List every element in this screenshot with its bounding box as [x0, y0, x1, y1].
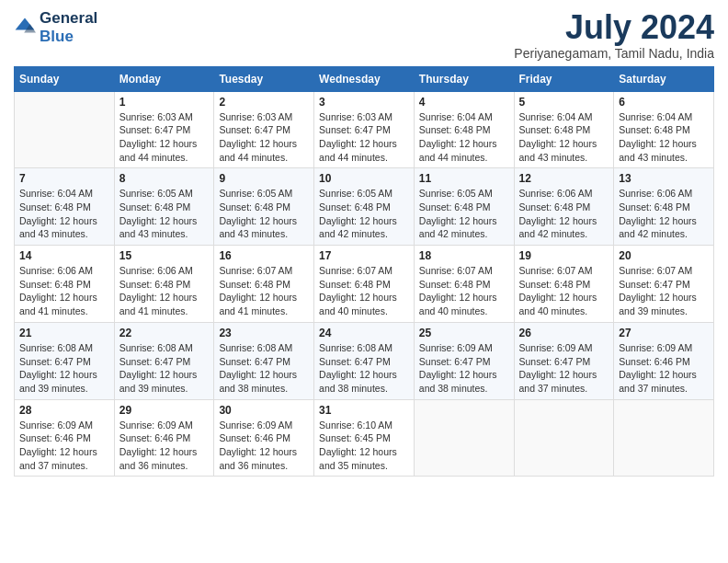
calendar-week-5: 28Sunrise: 6:09 AM Sunset: 6:46 PM Dayli… [15, 399, 714, 477]
day-info: Sunrise: 6:07 AM Sunset: 6:48 PM Dayligh… [519, 264, 609, 318]
logo-icon [14, 17, 36, 39]
calendar-cell: 4Sunrise: 6:04 AM Sunset: 6:48 PM Daylig… [414, 91, 514, 168]
calendar-cell: 9Sunrise: 6:05 AM Sunset: 6:48 PM Daylig… [214, 168, 314, 246]
logo-text: General Blue [40, 9, 97, 47]
header: General Blue July 2024 Periyanegamam, Ta… [14, 9, 714, 61]
day-number: 4 [419, 96, 509, 109]
day-info: Sunrise: 6:04 AM Sunset: 6:48 PM Dayligh… [519, 110, 609, 165]
day-number: 24 [319, 327, 409, 339]
day-info: Sunrise: 6:03 AM Sunset: 6:47 PM Dayligh… [119, 110, 210, 165]
day-info: Sunrise: 6:09 AM Sunset: 6:46 PM Dayligh… [619, 341, 709, 396]
day-number: 29 [119, 404, 210, 417]
day-number: 3 [319, 96, 409, 109]
day-info: Sunrise: 6:09 AM Sunset: 6:46 PM Dayligh… [219, 419, 309, 473]
calendar-cell: 8Sunrise: 6:05 AM Sunset: 6:48 PM Daylig… [114, 168, 214, 246]
day-info: Sunrise: 6:04 AM Sunset: 6:48 PM Dayligh… [619, 110, 709, 165]
calendar-table: SundayMondayTuesdayWednesdayThursdayFrid… [14, 66, 714, 477]
day-info: Sunrise: 6:03 AM Sunset: 6:47 PM Dayligh… [319, 110, 409, 165]
calendar-cell: 6Sunrise: 6:04 AM Sunset: 6:48 PM Daylig… [614, 91, 714, 168]
header-day-sunday: Sunday [15, 66, 115, 91]
calendar-cell: 25Sunrise: 6:09 AM Sunset: 6:47 PM Dayli… [414, 322, 514, 399]
day-number: 23 [219, 327, 309, 339]
day-number: 28 [19, 404, 109, 417]
day-number: 30 [219, 404, 309, 417]
day-info: Sunrise: 6:06 AM Sunset: 6:48 PM Dayligh… [19, 264, 109, 318]
day-info: Sunrise: 6:09 AM Sunset: 6:47 PM Dayligh… [519, 341, 609, 396]
day-number: 10 [319, 172, 409, 185]
calendar-cell: 24Sunrise: 6:08 AM Sunset: 6:47 PM Dayli… [314, 322, 415, 399]
day-number: 21 [19, 327, 109, 339]
day-number: 14 [19, 249, 109, 262]
calendar-header-row: SundayMondayTuesdayWednesdayThursdayFrid… [15, 66, 714, 91]
header-day-friday: Friday [514, 66, 614, 91]
day-number: 6 [619, 96, 709, 109]
day-number: 1 [119, 96, 210, 109]
day-number: 31 [319, 404, 409, 417]
calendar-cell: 27Sunrise: 6:09 AM Sunset: 6:46 PM Dayli… [614, 322, 714, 399]
month-title: July 2024 [514, 9, 714, 46]
calendar-cell: 22Sunrise: 6:08 AM Sunset: 6:47 PM Dayli… [114, 322, 214, 399]
day-number: 12 [519, 172, 609, 185]
calendar-cell: 2Sunrise: 6:03 AM Sunset: 6:47 PM Daylig… [214, 91, 314, 168]
day-number: 22 [119, 327, 210, 339]
calendar-cell: 3Sunrise: 6:03 AM Sunset: 6:47 PM Daylig… [314, 91, 415, 168]
calendar-cell: 23Sunrise: 6:08 AM Sunset: 6:47 PM Dayli… [214, 322, 314, 399]
calendar-cell: 7Sunrise: 6:04 AM Sunset: 6:48 PM Daylig… [15, 168, 115, 246]
day-info: Sunrise: 6:03 AM Sunset: 6:47 PM Dayligh… [219, 110, 309, 165]
calendar-cell [514, 399, 614, 477]
header-day-monday: Monday [114, 66, 214, 91]
day-info: Sunrise: 6:05 AM Sunset: 6:48 PM Dayligh… [219, 187, 309, 241]
calendar-week-2: 7Sunrise: 6:04 AM Sunset: 6:48 PM Daylig… [15, 168, 714, 246]
day-info: Sunrise: 6:06 AM Sunset: 6:48 PM Dayligh… [619, 187, 709, 241]
day-info: Sunrise: 6:09 AM Sunset: 6:47 PM Dayligh… [419, 341, 509, 396]
calendar-cell: 26Sunrise: 6:09 AM Sunset: 6:47 PM Dayli… [514, 322, 614, 399]
calendar-cell: 12Sunrise: 6:06 AM Sunset: 6:48 PM Dayli… [514, 168, 614, 246]
day-info: Sunrise: 6:05 AM Sunset: 6:48 PM Dayligh… [419, 187, 509, 241]
location-subtitle: Periyanegamam, Tamil Nadu, India [514, 46, 714, 61]
calendar-cell: 1Sunrise: 6:03 AM Sunset: 6:47 PM Daylig… [114, 91, 214, 168]
day-info: Sunrise: 6:08 AM Sunset: 6:47 PM Dayligh… [219, 341, 309, 396]
day-info: Sunrise: 6:04 AM Sunset: 6:48 PM Dayligh… [419, 110, 509, 165]
calendar-cell: 18Sunrise: 6:07 AM Sunset: 6:48 PM Dayli… [414, 246, 514, 323]
day-info: Sunrise: 6:10 AM Sunset: 6:45 PM Dayligh… [319, 419, 409, 473]
header-day-tuesday: Tuesday [214, 66, 314, 91]
header-day-thursday: Thursday [414, 66, 514, 91]
calendar-body: 1Sunrise: 6:03 AM Sunset: 6:47 PM Daylig… [15, 91, 714, 477]
calendar-cell: 20Sunrise: 6:07 AM Sunset: 6:47 PM Dayli… [614, 246, 714, 323]
day-number: 8 [119, 172, 210, 185]
calendar-cell: 28Sunrise: 6:09 AM Sunset: 6:46 PM Dayli… [15, 399, 115, 477]
calendar-week-4: 21Sunrise: 6:08 AM Sunset: 6:47 PM Dayli… [15, 322, 714, 399]
calendar-cell: 10Sunrise: 6:05 AM Sunset: 6:48 PM Dayli… [314, 168, 415, 246]
calendar-cell: 14Sunrise: 6:06 AM Sunset: 6:48 PM Dayli… [15, 246, 115, 323]
calendar-cell: 5Sunrise: 6:04 AM Sunset: 6:48 PM Daylig… [514, 91, 614, 168]
calendar-cell: 16Sunrise: 6:07 AM Sunset: 6:48 PM Dayli… [214, 246, 314, 323]
day-info: Sunrise: 6:07 AM Sunset: 6:47 PM Dayligh… [619, 264, 709, 318]
day-number: 17 [319, 249, 409, 262]
calendar-cell: 13Sunrise: 6:06 AM Sunset: 6:48 PM Dayli… [614, 168, 714, 246]
calendar-cell: 29Sunrise: 6:09 AM Sunset: 6:46 PM Dayli… [114, 399, 214, 477]
day-number: 15 [119, 249, 210, 262]
header-day-saturday: Saturday [614, 66, 714, 91]
day-number: 11 [419, 172, 509, 185]
calendar-cell: 30Sunrise: 6:09 AM Sunset: 6:46 PM Dayli… [214, 399, 314, 477]
day-info: Sunrise: 6:06 AM Sunset: 6:48 PM Dayligh… [519, 187, 609, 241]
day-info: Sunrise: 6:05 AM Sunset: 6:48 PM Dayligh… [319, 187, 409, 241]
logo: General Blue [14, 9, 97, 47]
day-number: 2 [219, 96, 309, 109]
calendar-cell: 19Sunrise: 6:07 AM Sunset: 6:48 PM Dayli… [514, 246, 614, 323]
calendar-cell: 21Sunrise: 6:08 AM Sunset: 6:47 PM Dayli… [15, 322, 115, 399]
day-number: 5 [519, 96, 609, 109]
day-number: 20 [619, 249, 709, 262]
day-info: Sunrise: 6:09 AM Sunset: 6:46 PM Dayligh… [19, 419, 109, 473]
calendar-week-3: 14Sunrise: 6:06 AM Sunset: 6:48 PM Dayli… [15, 246, 714, 323]
day-number: 27 [619, 327, 709, 339]
day-info: Sunrise: 6:04 AM Sunset: 6:48 PM Dayligh… [19, 187, 109, 241]
calendar-cell: 11Sunrise: 6:05 AM Sunset: 6:48 PM Dayli… [414, 168, 514, 246]
calendar-cell [15, 91, 115, 168]
calendar-cell [614, 399, 714, 477]
calendar-cell: 17Sunrise: 6:07 AM Sunset: 6:48 PM Dayli… [314, 246, 415, 323]
header-day-wednesday: Wednesday [314, 66, 415, 91]
day-info: Sunrise: 6:09 AM Sunset: 6:46 PM Dayligh… [119, 419, 210, 473]
day-number: 13 [619, 172, 709, 185]
day-info: Sunrise: 6:08 AM Sunset: 6:47 PM Dayligh… [119, 341, 210, 396]
